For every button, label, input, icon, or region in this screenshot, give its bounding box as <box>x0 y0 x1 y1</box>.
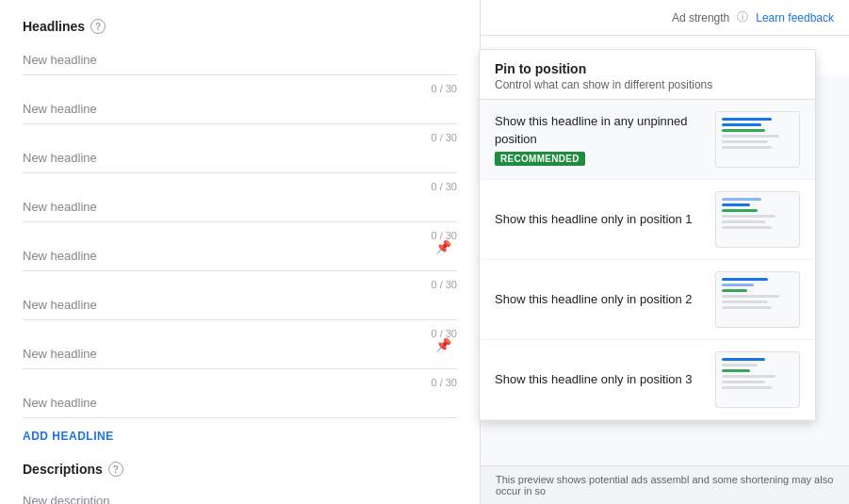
pin-dropdown-title: Pin to position <box>495 61 800 76</box>
pin-option-2[interactable]: Show this headline only in position 1 <box>480 180 815 260</box>
pin-button-5[interactable]: 📌 <box>433 237 453 256</box>
ad-strength-label: Ad strength <box>672 11 729 24</box>
char-count-2: 0 / 30 <box>23 83 457 98</box>
headline-placeholder-1: New headline <box>23 49 457 74</box>
headline-row-4: 0 / 30 New headline <box>23 173 457 222</box>
pin-button-7[interactable]: 📌 <box>433 335 453 354</box>
headline-placeholder-2: New headline <box>23 98 457 123</box>
pin-option-2-text: Show this headline only in position 1 <box>495 211 704 228</box>
headline-placeholder-4: New headline <box>23 196 457 221</box>
pin-option-1-label: Show this headline in any unpinned posit… <box>495 113 704 147</box>
descriptions-section: Descriptions ? New description 0 / 90 <box>23 462 457 504</box>
headlines-label: Headlines <box>23 19 85 34</box>
preview-bottom-text: This preview shows potential ads assembl… <box>496 474 833 496</box>
pin-option-4-preview <box>715 351 800 408</box>
headline-placeholder-8: New headline <box>23 392 457 417</box>
headline-placeholder-7: New headline <box>23 343 97 368</box>
pin-option-2-preview <box>715 191 800 248</box>
headline-placeholder-3: New headline <box>23 147 457 172</box>
headline-row-5: 0 / 30 New headline 📌 <box>23 222 457 271</box>
left-panel: Headlines ? New headline 0 / 30 New head… <box>0 0 481 504</box>
right-panel: Ad strength ⓘ Learn feedback Start by ad… <box>481 0 849 504</box>
pin-option-1[interactable]: Show this headline in any unpinned posit… <box>480 100 815 180</box>
headlines-help-icon[interactable]: ? <box>90 19 106 34</box>
descriptions-label: Descriptions <box>23 462 103 477</box>
ad-strength-help-icon[interactable]: ⓘ <box>737 9 748 25</box>
ad-strength-link[interactable]: Learn feedback <box>756 11 834 24</box>
pin-option-1-preview <box>715 111 800 168</box>
pin-dropdown-header: Pin to position Control what can show in… <box>480 50 815 100</box>
headlines-section-title: Headlines ? <box>23 19 457 34</box>
new-description-placeholder: New description <box>23 490 110 504</box>
pin-option-1-text: Show this headline in any unpinned posit… <box>495 113 704 165</box>
headline-placeholder-5: New headline <box>23 245 97 270</box>
headline-row-3: 0 / 30 New headline <box>23 124 457 173</box>
pin-option-4-label: Show this headline only in position 3 <box>495 371 704 388</box>
pin-dropdown: Pin to position Control what can show in… <box>479 49 816 421</box>
pin-option-3-text: Show this headline only in position 2 <box>495 291 704 308</box>
char-count-6: 0 / 30 <box>23 279 457 294</box>
headline-placeholder-6: New headline <box>23 294 457 319</box>
bottom-preview-bar: This preview shows potential ads assembl… <box>481 465 849 504</box>
headline-row-2: 0 / 30 New headline <box>23 75 457 124</box>
headline-row-6: 0 / 30 New headline <box>23 271 457 320</box>
pin-option-4[interactable]: Show this headline only in position 3 <box>480 340 815 420</box>
pin-option-3-label: Show this headline only in position 2 <box>495 291 704 308</box>
descriptions-section-title: Descriptions ? <box>23 462 457 477</box>
headline-row-7: 0 / 30 New headline 📌 <box>23 320 457 369</box>
description-row-1: New description <box>23 484 457 504</box>
add-headline-button[interactable]: ADD HEADLINE <box>23 418 114 454</box>
headline-row-1: New headline <box>23 41 457 75</box>
pin-option-3-preview <box>715 271 800 328</box>
char-count-4: 0 / 30 <box>23 181 457 196</box>
recommended-badge: RECOMMENDED <box>495 152 585 166</box>
headline-row-8: 0 / 30 New headline <box>23 369 457 418</box>
char-count-5: 0 / 30 <box>23 230 457 245</box>
pin-option-4-text: Show this headline only in position 3 <box>495 371 704 388</box>
pin-option-2-label: Show this headline only in position 1 <box>495 211 704 228</box>
char-count-3: 0 / 30 <box>23 132 457 147</box>
pin-option-3[interactable]: Show this headline only in position 2 <box>480 260 815 340</box>
char-count-7: 0 / 30 <box>23 328 457 343</box>
pin-dropdown-subtitle: Control what can show in different posit… <box>495 78 800 91</box>
ad-strength-bar: Ad strength ⓘ Learn feedback <box>481 0 849 36</box>
descriptions-help-icon[interactable]: ? <box>108 462 123 477</box>
char-count-8: 0 / 30 <box>23 377 457 392</box>
